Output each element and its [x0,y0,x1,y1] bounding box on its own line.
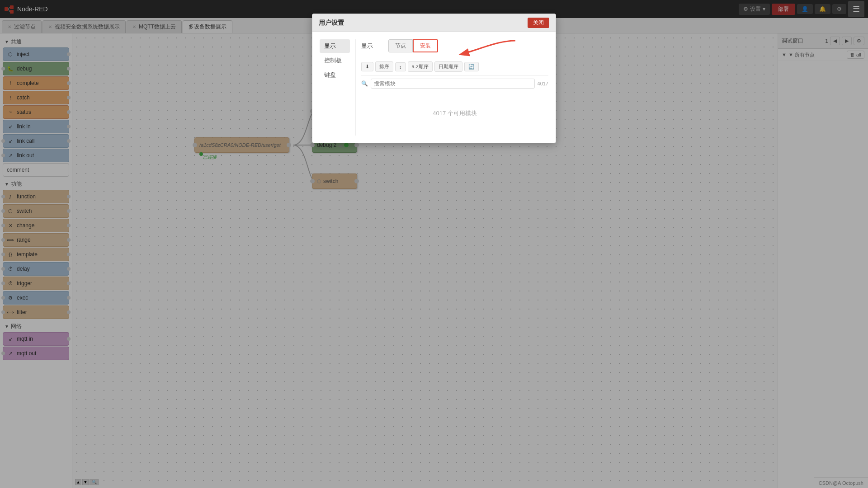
palette-date-btn[interactable]: 日期顺序 [434,61,462,72]
palette-count: 4017 [538,81,548,86]
modal-overlay[interactable]: 用户设置 关闭 显示 控制板 键盘 [0,0,868,488]
modal-main-content: 显示 节点 安装 ⬇ [361,39,548,136]
palette-toolbar: ⬇ 排序 ↕ a-z顺序 日期顺序 🔄 [361,58,548,76]
palette-az-btn[interactable]: a-z顺序 [408,61,433,72]
display-row: 显示 节点 安装 [361,39,548,52]
modal-nav-palette-label: 控制板 [324,57,342,64]
modal-nav-keyboard-label: 键盘 [324,71,336,78]
palette-sort-btn[interactable]: 排序 [375,61,393,72]
palette-date-label: 日期顺序 [439,64,458,69]
modal-title: 用户设置 [319,19,344,27]
display-section-label: 显示 [361,42,388,50]
display-tab-nodes-btn[interactable]: 节点 [388,39,413,52]
palette-az-label: a-z顺序 [412,64,429,69]
modal-nav: 显示 控制板 键盘 [320,39,356,136]
palette-search-row: 🔍 4017 [361,76,548,91]
palette-empty-state: 4017 个可用模块 [361,91,548,136]
modal-nav-display[interactable]: 显示 [320,39,350,53]
palette-order-toggle-btn[interactable]: ↕ [395,62,406,71]
user-settings-modal: 用户设置 关闭 显示 控制板 键盘 [312,14,556,143]
palette-sort-label: 排序 [379,64,389,69]
display-tab-install-btn[interactable]: 安装 [413,39,438,52]
modal-body: 显示 控制板 键盘 显示 节点 [312,32,556,143]
display-tab-install-label: 安装 [420,42,431,49]
modal-nav-keyboard[interactable]: 键盘 [320,68,350,82]
modal-nav-display-label: 显示 [324,42,336,49]
display-tabs: 节点 安装 [388,39,438,52]
search-icon: 🔍 [361,80,368,87]
display-tab-nodes-label: 节点 [395,42,406,49]
modal-content-area: 显示 控制板 键盘 显示 节点 [320,39,548,136]
palette-search-input[interactable] [371,79,535,89]
modal-nav-palette[interactable]: 控制板 [320,54,350,67]
modal-header: 用户设置 关闭 [312,14,556,32]
palette-refresh-btn[interactable]: 🔄 [464,62,479,71]
modal-close-button[interactable]: 关闭 [528,18,549,28]
palette-empty-text: 4017 个可用模块 [433,110,477,117]
palette-install-btn[interactable]: ⬇ [361,62,373,71]
